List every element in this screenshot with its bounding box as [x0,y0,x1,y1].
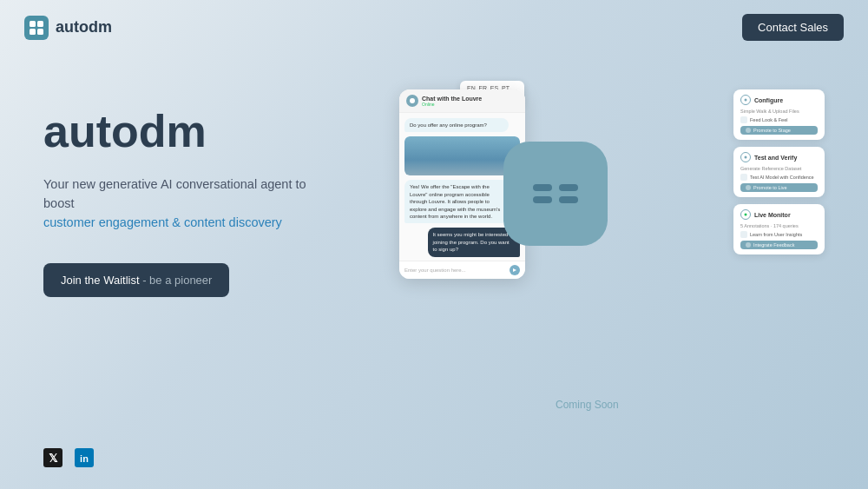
monitor-title: Live Monitor [754,212,791,218]
svg-point-6 [745,99,747,102]
svg-rect-3 [37,29,43,35]
configure-row1: Feed Look & Feel [740,116,818,123]
hero-section: autodm Your new generative AI conversati… [0,55,868,437]
chat-input-placeholder[interactable]: Enter your question here... [404,268,510,273]
mascot-eye-bottom-left [533,196,552,203]
configure-action-btn[interactable]: Promote to Stage [740,126,818,135]
svg-rect-0 [30,21,36,27]
mascot-right-eyes [559,184,578,203]
pipeline-card-test-header: Test and Verify [740,152,818,162]
chat-input-area: Enter your question here... [399,261,525,279]
monitor-icon [740,209,751,220]
hero-subtitle: Your new generative AI conversational ag… [43,175,321,232]
test-row1-icon [740,174,747,181]
test-row1: Test AI Model with Confidence [740,174,818,181]
test-action-label: Promote to Live [753,185,787,190]
monitor-row1-text: Learn from User Insights [750,232,802,237]
svg-point-4 [410,98,415,103]
configure-subtitle: Simple Walk & Upload Files [740,109,818,114]
monitor-action-btn[interactable]: Integrate Feedback [740,241,818,249]
monitor-row1: Learn from User Insights [740,231,818,238]
logo-area: autodm [24,16,112,40]
svg-text:𝕏: 𝕏 [49,452,58,465]
monitor-action-label: Integrate Feedback [753,242,794,248]
chat-header: Chat with the Louvre Online [399,89,525,113]
coming-soon-label: Coming Soon [556,399,619,411]
mascot-eye-top-left [533,184,552,191]
configure-action-label: Promote to Stage [753,128,791,133]
hero-right: EN, FR, ES, PT, ... 60+ languages Chat w… [356,89,825,420]
hero-subtitle-text: Your new generative AI conversational ag… [43,177,306,210]
svg-rect-2 [30,29,36,35]
svg-point-8 [745,214,747,216]
pipeline-panel: Configure Simple Walk & Upload Files Fee… [733,89,825,254]
test-action-btn[interactable]: Promote to Live [740,183,818,192]
pipeline-card-monitor: Live Monitor 5 Annotations · 174 queries… [733,204,825,254]
pipeline-card-monitor-header: Live Monitor [740,209,818,220]
pipeline-card-test: Test and Verify Generate Reference Datas… [733,147,825,197]
monitor-subtitle: 5 Annotations · 174 queries [740,223,818,228]
contact-sales-button[interactable]: Contact Sales [742,14,844,41]
chat-status: Online [422,102,482,107]
chat-send-button[interactable] [510,265,520,275]
navbar: autodm Contact Sales [0,0,868,55]
waitlist-button[interactable]: Join the Waitlist - be a pioneer [43,263,229,297]
mascot-left-eyes [533,184,552,203]
pipeline-card-configure-header: Configure [740,95,818,105]
configure-row1-text: Feed Look & Feel [750,117,787,122]
test-row1-text: Test AI Model with Confidence [750,175,814,180]
configure-row1-icon [740,116,747,123]
hero-subtitle-link[interactable]: customer engagement & content discovery [43,215,282,229]
hero-title: autodm [43,107,321,156]
chat-title: Chat with the Louvre [422,96,482,102]
chat-question1: Do you offer any online program? [404,118,509,132]
mascot-face [533,184,578,203]
chat-avatar-icon [406,95,418,107]
configure-action-icon [746,128,751,133]
social-bar: 𝕏 in [43,448,94,467]
configure-title: Configure [754,97,783,103]
svg-text:in: in [80,453,89,464]
svg-rect-1 [37,21,43,27]
monitor-action-icon [746,242,751,248]
twitter-icon[interactable]: 𝕏 [43,448,62,467]
mascot [503,142,616,254]
mascot-eye-bottom-right [559,196,578,203]
mascot-eye-top-right [559,184,578,191]
hero-left: autodm Your new generative AI conversati… [43,89,321,297]
test-action-icon [746,185,751,190]
test-title: Test and Verify [754,155,797,161]
chat-answer1: Yes! We offer the "Escape with the Louvr… [404,180,509,223]
test-subtitle: Generate Reference Dataset [740,166,818,171]
configure-icon [740,95,751,105]
pioneer-suffix: - be a pioneer [140,274,213,287]
logo-text: autodm [56,18,112,36]
waitlist-label: Join the Waitlist [61,274,140,287]
mascot-shape [503,142,608,246]
svg-marker-5 [513,268,516,272]
logo-icon [24,16,49,40]
pipeline-card-configure: Configure Simple Walk & Upload Files Fee… [733,89,825,140]
test-icon [740,152,751,162]
monitor-row1-icon [740,231,747,238]
linkedin-icon[interactable]: in [75,448,94,467]
svg-point-7 [745,156,747,159]
